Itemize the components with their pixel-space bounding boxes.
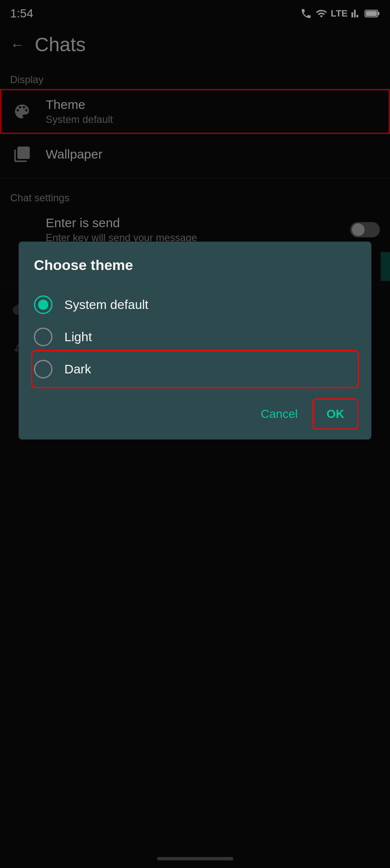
radio-circle-dark — [34, 360, 53, 378]
choose-theme-dialog: Choose theme System default Light Dark C… — [19, 242, 371, 440]
radio-option-system-default[interactable]: System default — [34, 289, 356, 321]
radio-label-light: Light — [64, 330, 92, 344]
radio-option-dark[interactable]: Dark — [34, 353, 356, 385]
radio-label-dark: Dark — [64, 362, 91, 376]
radio-circle-light — [34, 328, 53, 346]
radio-circle-system-default — [34, 295, 53, 314]
ok-button[interactable]: OK — [315, 401, 356, 428]
radio-inner-system-default — [38, 300, 48, 310]
cancel-button[interactable]: Cancel — [254, 403, 304, 425]
radio-option-light[interactable]: Light — [34, 321, 356, 353]
dialog-buttons: Cancel OK — [34, 401, 356, 428]
radio-label-system-default: System default — [64, 298, 148, 312]
dialog-title: Choose theme — [34, 257, 356, 273]
